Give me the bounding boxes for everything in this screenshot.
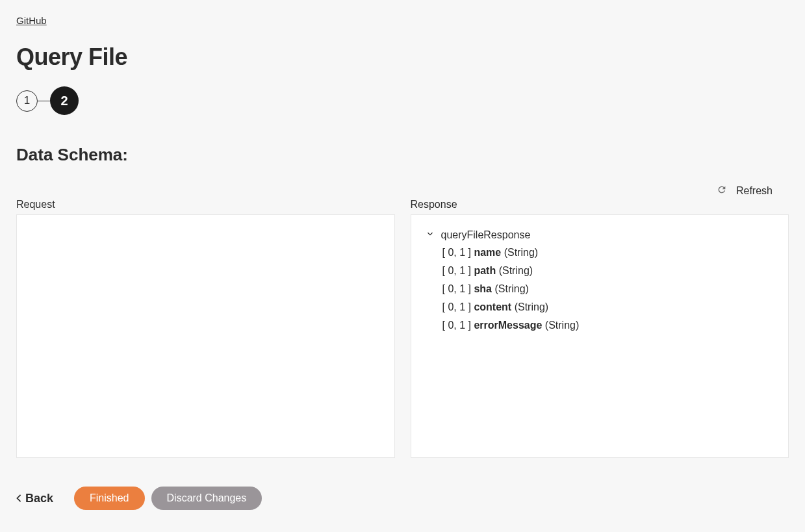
tree-node-root[interactable]: queryFileResponse [426, 227, 774, 244]
stepper: 1 2 [16, 86, 789, 115]
back-button[interactable]: Back [16, 492, 53, 505]
chevron-down-icon [426, 229, 435, 241]
field-prefix: [ 0, 1 ] [442, 283, 474, 294]
tree-field[interactable]: [ 0, 1 ] sha (String) [442, 280, 774, 298]
request-panel[interactable] [16, 214, 395, 458]
field-name: errorMessage [474, 320, 542, 331]
field-type: (String) [492, 283, 529, 294]
field-type: (String) [542, 320, 579, 331]
step-2[interactable]: 2 [50, 86, 79, 115]
tree-root-label: queryFileResponse [441, 229, 531, 241]
step-connector [38, 101, 50, 101]
field-prefix: [ 0, 1 ] [442, 265, 474, 276]
field-type: (String) [511, 301, 548, 312]
response-panel-label: Response [411, 199, 789, 210]
step-1[interactable]: 1 [16, 90, 38, 112]
back-label: Back [25, 492, 53, 505]
request-panel-label: Request [16, 199, 395, 210]
field-prefix: [ 0, 1 ] [442, 247, 474, 258]
tree-field[interactable]: [ 0, 1 ] content (String) [442, 298, 774, 316]
field-type: (String) [501, 247, 538, 258]
field-name: path [474, 265, 496, 276]
section-title-schema: Data Schema: [16, 145, 789, 165]
refresh-button[interactable]: Refresh [16, 184, 789, 197]
chevron-left-icon [16, 492, 21, 505]
page-title: Query File [16, 44, 789, 71]
tree-field[interactable]: [ 0, 1 ] path (String) [442, 262, 774, 280]
refresh-icon [717, 184, 727, 197]
field-prefix: [ 0, 1 ] [442, 301, 474, 312]
finished-button[interactable]: Finished [74, 487, 144, 510]
discard-button[interactable]: Discard Changes [151, 487, 262, 510]
field-name: sha [474, 283, 492, 294]
field-type: (String) [496, 265, 533, 276]
tree-field[interactable]: [ 0, 1 ] errorMessage (String) [442, 316, 774, 335]
field-name: content [474, 301, 511, 312]
refresh-label: Refresh [736, 185, 773, 197]
breadcrumb-link-github[interactable]: GitHub [16, 15, 47, 26]
field-name: name [474, 247, 501, 258]
tree-field[interactable]: [ 0, 1 ] name (String) [442, 244, 774, 262]
response-panel[interactable]: queryFileResponse [ 0, 1 ] name (String)… [411, 214, 789, 458]
field-prefix: [ 0, 1 ] [442, 320, 474, 331]
